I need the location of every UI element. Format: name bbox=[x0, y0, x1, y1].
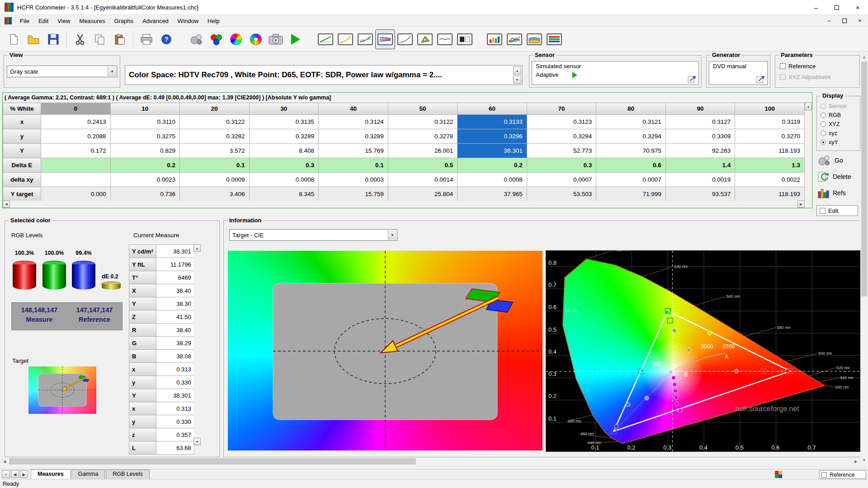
mdi-close-button[interactable]: × bbox=[854, 16, 865, 25]
table-cell[interactable]: 0.6 bbox=[596, 158, 666, 173]
minimize-button[interactable]: – bbox=[806, 0, 826, 15]
mdi-minimize-button[interactable]: – bbox=[824, 16, 835, 25]
table-cell[interactable]: 0.1 bbox=[319, 158, 388, 173]
horizontal-scrollbar[interactable]: ◀ ▶ bbox=[0, 457, 860, 465]
table-cell[interactable]: 0.3121 bbox=[596, 115, 666, 129]
table-cell[interactable]: 38.301 bbox=[458, 144, 527, 158]
chevron-down-icon[interactable]: ▼ bbox=[108, 66, 116, 76]
mdi-restore-button[interactable] bbox=[839, 16, 850, 25]
menu-item-measures[interactable]: Measures bbox=[75, 15, 109, 27]
chart-contrast-button[interactable] bbox=[455, 29, 475, 49]
table-cell[interactable]: 0.3133 bbox=[458, 115, 527, 129]
vertical-scrollbar[interactable]: ▲ ▼ bbox=[860, 52, 868, 465]
table-cell[interactable]: 0.3270 bbox=[735, 129, 805, 144]
table-cell[interactable]: 25.804 bbox=[388, 187, 458, 202]
table-cell[interactable]: 0.3110 bbox=[110, 115, 180, 129]
table-cell[interactable]: 0.829 bbox=[110, 144, 180, 158]
reference-toggle-row[interactable]: Reference bbox=[819, 470, 866, 479]
table-cell[interactable]: 0.2413 bbox=[41, 115, 111, 129]
new-document-button[interactable] bbox=[4, 29, 24, 49]
col-header-70[interactable]: 70 bbox=[527, 103, 596, 115]
edit-checkbox-row[interactable]: Edit bbox=[816, 205, 858, 216]
table-cell[interactable]: 0.5 bbox=[388, 158, 458, 173]
information-dropdown[interactable]: Target - CIE ▼ bbox=[229, 229, 397, 241]
chart-histogram-3-button[interactable] bbox=[524, 29, 544, 49]
cut-button[interactable] bbox=[70, 29, 90, 49]
scroll-right-button[interactable]: ▶ bbox=[852, 458, 859, 465]
chart-histogram-1-button[interactable] bbox=[485, 29, 505, 49]
chart-nearblack-button[interactable] bbox=[355, 29, 375, 49]
table-cell[interactable]: 0.3122 bbox=[388, 115, 458, 129]
chart-gamma-button[interactable] bbox=[335, 29, 355, 49]
table-cell[interactable]: 0.0009 bbox=[180, 173, 250, 187]
table-horizontal-scrollbar[interactable]: ◀ ▶ bbox=[3, 201, 805, 208]
scroll-up-button[interactable]: ▲ bbox=[861, 53, 868, 61]
delete-button[interactable]: Delete bbox=[817, 171, 851, 183]
table-cell[interactable]: 0.0014 bbox=[388, 173, 458, 187]
print-button[interactable] bbox=[137, 29, 156, 49]
table-vertical-scrollbar[interactable] bbox=[805, 111, 812, 200]
table-cell[interactable]: 0.0007 bbox=[596, 173, 666, 187]
table-cell[interactable]: 0.3282 bbox=[180, 129, 250, 144]
reference-checkbox[interactable] bbox=[780, 63, 786, 69]
tab-rgb-levels[interactable]: RGB Levels bbox=[106, 469, 150, 479]
table-cell[interactable]: 0.0023 bbox=[110, 173, 180, 187]
table-scroll-right-button[interactable]: ▶ bbox=[797, 201, 805, 208]
col-header-50[interactable]: 50 bbox=[388, 103, 458, 115]
table-cell[interactable]: 0.3309 bbox=[665, 129, 735, 144]
maximize-button[interactable] bbox=[826, 0, 847, 15]
table-cell[interactable]: 0.3122 bbox=[180, 115, 250, 129]
refs-button[interactable]: Refs bbox=[817, 187, 846, 199]
table-cell[interactable]: 52.773 bbox=[527, 144, 596, 158]
table-cell[interactable]: 0.2 bbox=[110, 158, 180, 173]
table-cell[interactable]: 0.0019 bbox=[665, 173, 735, 187]
table-cell[interactable]: 3.572 bbox=[180, 144, 250, 158]
menu-item-file[interactable]: File bbox=[15, 15, 34, 27]
table-cell[interactable]: 0.736 bbox=[110, 187, 180, 202]
table-cell[interactable]: 0.172 bbox=[41, 144, 111, 158]
table-cell[interactable]: 53.503 bbox=[527, 187, 596, 202]
table-cell[interactable]: 26.001 bbox=[388, 144, 458, 158]
table-cell[interactable]: 37.965 bbox=[458, 187, 527, 202]
table-cell[interactable]: 0.3 bbox=[527, 158, 596, 173]
reference-toggle-checkbox[interactable] bbox=[821, 472, 827, 478]
display-option-xyz[interactable]: xyz bbox=[821, 129, 860, 138]
sensor-play-icon[interactable] bbox=[572, 72, 577, 78]
menu-item-window[interactable]: Window bbox=[173, 15, 203, 27]
table-cell[interactable]: 71.999 bbox=[596, 187, 666, 202]
chart-rgb-levels-button[interactable] bbox=[375, 29, 395, 49]
table-cell[interactable]: 0.3275 bbox=[110, 129, 180, 144]
tab-scroll-right-button[interactable]: ▶ bbox=[20, 470, 28, 478]
col-header-40[interactable]: 40 bbox=[319, 103, 388, 115]
table-cell[interactable]: 0.000 bbox=[41, 187, 111, 202]
col-header-100[interactable]: 100 bbox=[735, 103, 805, 115]
chart-grayscale-button[interactable] bbox=[316, 29, 335, 49]
scroll-left-button[interactable]: ◀ bbox=[1, 458, 8, 465]
paste-button[interactable] bbox=[110, 29, 130, 49]
table-cell[interactable]: 1.4 bbox=[665, 158, 735, 173]
col-header-60[interactable]: 60 bbox=[458, 103, 527, 115]
table-cell[interactable]: 93.537 bbox=[665, 187, 735, 202]
table-cell[interactable]: 3.406 bbox=[180, 187, 250, 202]
table-cell[interactable]: 0.3 bbox=[249, 158, 319, 173]
table-cell[interactable]: 70.975 bbox=[596, 144, 666, 158]
table-cell[interactable]: 1.3 bbox=[735, 158, 805, 173]
table-cell[interactable]: 118.193 bbox=[735, 144, 805, 158]
color-wheel-button[interactable] bbox=[226, 29, 246, 49]
col-header-20[interactable]: 20 bbox=[180, 103, 250, 115]
cm-scroll-up-button[interactable]: ▲ bbox=[193, 244, 201, 252]
table-cell[interactable]: 0.0008 bbox=[249, 173, 319, 187]
col-header-30[interactable]: 30 bbox=[249, 103, 319, 115]
menu-item-help[interactable]: Help bbox=[203, 15, 224, 27]
table-cell[interactable] bbox=[41, 173, 111, 187]
table-scroll-up-button[interactable]: ▲ bbox=[805, 103, 812, 110]
menu-item-view[interactable]: View bbox=[53, 15, 75, 27]
run-measurement-button[interactable] bbox=[286, 29, 306, 49]
tab-scroll-left-button[interactable]: ◀ bbox=[11, 470, 19, 478]
chart-cie-button[interactable] bbox=[415, 29, 435, 49]
table-cell[interactable]: 0.0003 bbox=[319, 173, 388, 187]
color-palette-button[interactable] bbox=[246, 29, 266, 49]
tab-measures[interactable]: Measures bbox=[31, 469, 71, 479]
go-button[interactable]: Go bbox=[817, 155, 843, 166]
table-cell[interactable]: 0.3289 bbox=[249, 129, 319, 144]
